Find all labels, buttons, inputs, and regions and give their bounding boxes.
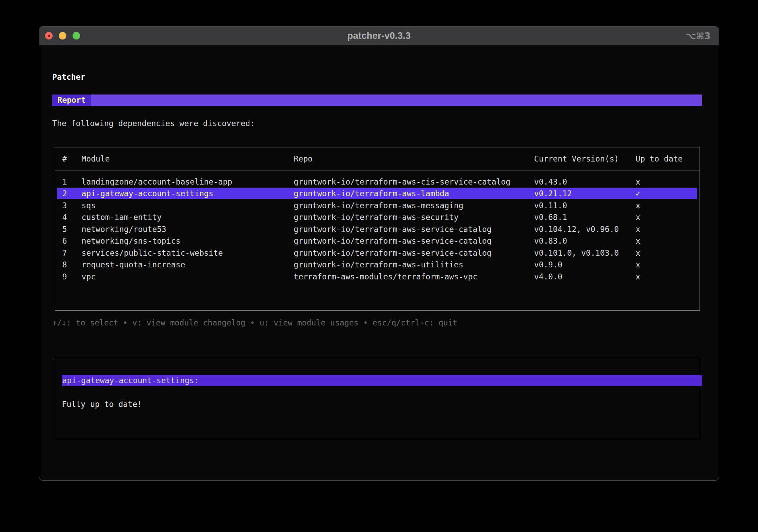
row-repo: gruntwork-io/terraform-aws-service-catal… [294,236,491,245]
row-repo: gruntwork-io/terraform-aws-utilities [294,260,463,269]
row-module: networking/route53 [82,225,166,234]
window-title: patcher-v0.3.3 [39,26,719,45]
row-repo: gruntwork-io/terraform-aws-service-catal… [294,248,491,257]
intro-text: The following dependencies were discover… [52,119,255,128]
table-row[interactable]: 1 landingzone/account-baseline-app grunt… [57,176,697,188]
table-row[interactable]: 5 networking/route53 gruntwork-io/terraf… [57,223,697,235]
row-module: landingzone/account-baseline-app [82,177,232,186]
row-up-to-date: x [636,248,640,257]
row-up-to-date: ✓ [636,189,640,198]
row-up-to-date: x [636,272,640,281]
row-version: v0.21.12 [534,189,572,198]
report-tab-label: Report [52,95,91,106]
col-up-to-date: Up to date [636,154,683,163]
col-number: # [62,154,67,163]
row-up-to-date: x [636,260,640,269]
table-row[interactable]: 9 vpc terraform-aws-modules/terraform-aw… [57,271,697,282]
row-repo: gruntwork-io/terraform-aws-lambda [294,189,449,198]
row-module: vpc [82,272,96,281]
row-version: v0.101.0, v0.103.0 [534,248,619,257]
help-bar: ↑/↓: to select • v: view module changelo… [52,318,457,327]
detail-module-title: api-gateway-account-settings: [62,375,702,386]
row-module: request-quota-increase [82,260,185,269]
row-number: 9 [62,272,67,281]
table-row[interactable]: 8 request-quota-increase gruntwork-io/te… [57,259,697,270]
table-row[interactable]: 3 sqs gruntwork-io/terraform-aws-messagi… [57,200,697,211]
row-up-to-date: x [636,213,640,222]
row-repo: gruntwork-io/terraform-aws-cis-service-c… [294,177,510,186]
row-number: 6 [62,236,67,245]
table-header: # Module Repo Current Version(s) Up to d… [57,154,697,163]
row-version: v0.43.0 [534,177,567,186]
row-up-to-date: x [636,236,640,245]
detail-status-text: Fully up to date! [62,400,142,409]
row-version: v0.11.0 [534,201,567,210]
row-up-to-date: x [636,177,640,186]
title-bar[interactable]: patcher-v0.3.3 ⌥⌘3 [39,26,719,45]
row-repo: gruntwork-io/terraform-aws-messaging [294,201,463,210]
col-current-versions: Current Version(s) [534,154,619,163]
row-version: v0.104.12, v0.96.0 [534,225,619,234]
row-version: v0.68.1 [534,213,567,222]
table-row[interactable]: 4 custom-iam-entity gruntwork-io/terrafo… [57,211,697,223]
row-number: 7 [62,248,67,257]
row-repo: gruntwork-io/terraform-aws-security [294,213,458,222]
detail-panel [55,358,700,439]
row-number: 1 [62,177,67,186]
row-module: api-gateway-account-settings [82,189,214,198]
row-repo: gruntwork-io/terraform-aws-service-catal… [294,225,491,234]
row-number: 5 [62,225,67,234]
row-up-to-date: x [636,225,640,234]
col-repo: Repo [294,154,313,163]
row-number: 8 [62,260,67,269]
row-module: networking/sns-topics [82,236,181,245]
row-version: v0.9.0 [534,260,562,269]
row-number: 2 [62,189,67,198]
row-number: 4 [62,213,67,222]
row-up-to-date: x [636,201,640,210]
table-row[interactable]: 2 api-gateway-account-settings gruntwork… [57,188,697,199]
row-repo: terraform-aws-modules/terraform-aws-vpc [294,272,477,281]
col-module: Module [82,154,110,163]
row-number: 3 [62,201,67,210]
row-module: services/public-static-website [82,248,223,257]
terminal-window: patcher-v0.3.3 ⌥⌘3 Patcher Report The fo… [39,26,719,481]
row-module: custom-iam-entity [82,213,162,222]
row-version: v0.83.0 [534,236,567,245]
row-version: v4.0.0 [534,272,562,281]
app-title: Patcher [52,73,85,81]
table-row[interactable]: 6 networking/sns-topics gruntwork-io/ter… [57,235,697,247]
window-shortcut-badge: ⌥⌘3 [686,26,711,45]
report-section-bar: Report [52,95,702,106]
table-row[interactable]: 7 services/public-static-website gruntwo… [57,247,697,259]
row-module: sqs [82,201,96,210]
table-header-separator [55,170,700,170]
